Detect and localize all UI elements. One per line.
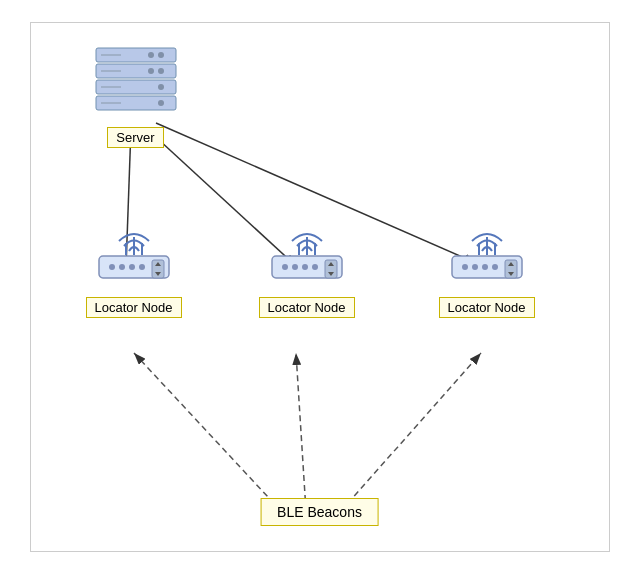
svg-point-29 bbox=[139, 264, 145, 270]
svg-point-49 bbox=[472, 264, 478, 270]
svg-point-50 bbox=[482, 264, 488, 270]
router-icon-2 bbox=[267, 223, 347, 293]
locator-label-3: Locator Node bbox=[439, 297, 535, 318]
locator-node-3: Locator Node bbox=[439, 223, 535, 318]
svg-point-21 bbox=[158, 100, 164, 106]
svg-point-16 bbox=[158, 52, 164, 58]
router-icon-3 bbox=[447, 223, 527, 293]
svg-point-26 bbox=[109, 264, 115, 270]
ble-beacons-node: BLE Beacons bbox=[260, 498, 379, 526]
svg-point-38 bbox=[292, 264, 298, 270]
svg-point-48 bbox=[462, 264, 468, 270]
server-label: Server bbox=[107, 127, 163, 148]
svg-point-40 bbox=[312, 264, 318, 270]
ble-beacons-label: BLE Beacons bbox=[260, 498, 379, 526]
svg-point-39 bbox=[302, 264, 308, 270]
svg-point-28 bbox=[129, 264, 135, 270]
svg-point-37 bbox=[282, 264, 288, 270]
svg-point-17 bbox=[148, 52, 154, 58]
router-icon-1 bbox=[94, 223, 174, 293]
svg-line-5 bbox=[134, 353, 281, 511]
svg-point-27 bbox=[119, 264, 125, 270]
locator-node-2: Locator Node bbox=[259, 223, 355, 318]
server-node: Server bbox=[91, 43, 181, 148]
svg-line-7 bbox=[341, 353, 481, 511]
svg-point-51 bbox=[492, 264, 498, 270]
server-icon bbox=[91, 43, 181, 123]
svg-point-18 bbox=[158, 68, 164, 74]
svg-point-19 bbox=[148, 68, 154, 74]
locator-label-2: Locator Node bbox=[259, 297, 355, 318]
svg-point-20 bbox=[158, 84, 164, 90]
svg-line-6 bbox=[296, 353, 306, 511]
diagram-container: Server Locator Node bbox=[30, 22, 610, 552]
locator-label-1: Locator Node bbox=[86, 297, 182, 318]
locator-node-1: Locator Node bbox=[86, 223, 182, 318]
